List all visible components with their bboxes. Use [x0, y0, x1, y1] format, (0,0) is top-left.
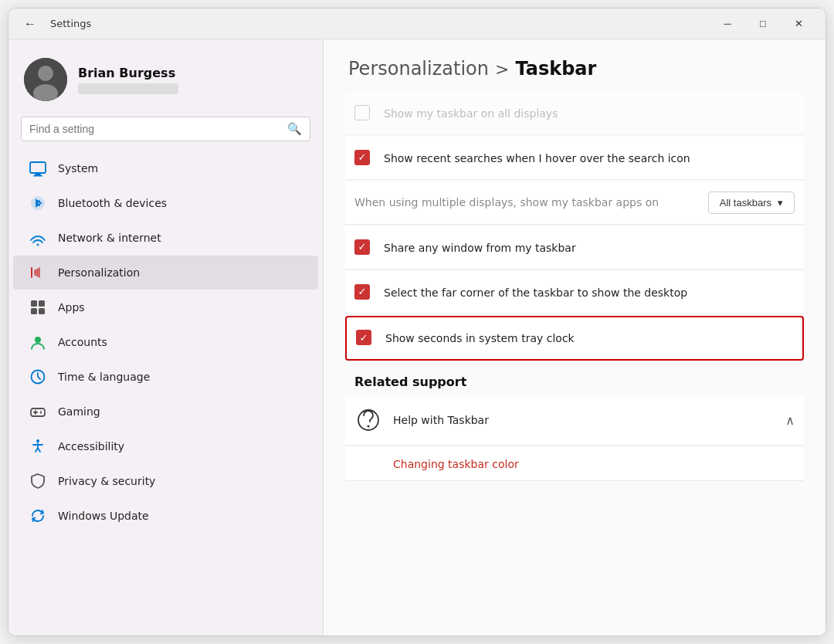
- sidebar-item-network[interactable]: Network & internet: [13, 221, 318, 255]
- svg-point-13: [35, 337, 41, 343]
- sidebar-item-apps[interactable]: Apps: [13, 290, 318, 324]
- svg-rect-15: [31, 408, 45, 416]
- title-bar-left: ← Settings: [18, 12, 91, 36]
- multiple-display-text: When using multiple displays, show my ta…: [354, 195, 708, 211]
- support-item-help-taskbar[interactable]: Help with Taskbar ∧: [345, 395, 804, 446]
- sidebar-item-label-privacy: Privacy & security: [58, 475, 155, 487]
- personalization-icon: [29, 263, 47, 282]
- privacy-icon: [29, 472, 47, 490]
- setting-label-far-corner: Select the far corner of the taskbar to …: [384, 286, 795, 299]
- svg-rect-5: [33, 175, 42, 177]
- avatar-image: [24, 58, 67, 101]
- sidebar-item-label-personalization: Personalization: [58, 266, 140, 279]
- sidebar-item-label-update: Windows Update: [58, 510, 149, 522]
- maximize-button[interactable]: □: [745, 12, 781, 36]
- close-button[interactable]: ✕: [781, 12, 816, 36]
- svg-rect-10: [39, 300, 45, 307]
- setting-show-seconds[interactable]: ✓ Show seconds in system tray clock: [345, 316, 804, 361]
- dropdown-chevron-icon: ▾: [778, 197, 783, 208]
- settings-list: Show my taskbar on all displays ✓ Show r…: [324, 92, 826, 481]
- user-email: [78, 83, 178, 94]
- user-info: Brian Burgess: [78, 66, 178, 94]
- search-icon: 🔍: [287, 122, 302, 136]
- sidebar-item-label-bluetooth: Bluetooth & devices: [58, 197, 167, 209]
- apps-icon: [29, 298, 47, 317]
- setting-far-corner[interactable]: ✓ Select the far corner of the taskbar t…: [345, 271, 804, 314]
- link-item-taskbar-color[interactable]: Changing taskbar color: [345, 447, 804, 481]
- setting-all-displays[interactable]: Show my taskbar on all displays: [345, 92, 804, 135]
- checkbox-far-corner[interactable]: ✓: [354, 284, 371, 301]
- setting-share-window[interactable]: ✓ Share any window from my taskbar: [345, 226, 804, 269]
- checkbox-checked-icon-seconds: ✓: [356, 330, 371, 345]
- checkbox-recent-searches[interactable]: ✓: [354, 150, 371, 167]
- accessibility-icon: [29, 437, 47, 456]
- setting-label-recent-searches: Show recent searches when I hover over t…: [384, 152, 795, 164]
- chevron-up-icon: ∧: [785, 413, 795, 428]
- title-bar: ← Settings ─ □ ✕: [8, 8, 826, 39]
- sidebar-item-label-network: Network & internet: [58, 232, 161, 244]
- svg-point-7: [37, 244, 39, 246]
- checkbox-checked-icon-corner: ✓: [354, 284, 370, 300]
- search-box[interactable]: 🔍: [21, 117, 310, 141]
- svg-point-6: [31, 196, 45, 210]
- help-taskbar-icon: [354, 406, 382, 434]
- dropdown-value: All taskbars: [720, 197, 771, 208]
- svg-rect-12: [39, 308, 45, 314]
- checkbox-all-displays[interactable]: [354, 105, 371, 122]
- minimize-button[interactable]: ─: [710, 12, 745, 36]
- setting-label-show-seconds: Show seconds in system tray clock: [385, 332, 793, 344]
- sidebar-item-bluetooth[interactable]: Bluetooth & devices: [13, 186, 318, 220]
- window-controls: ─ □ ✕: [710, 12, 816, 36]
- checkbox-show-seconds[interactable]: ✓: [356, 330, 373, 347]
- sidebar-item-privacy[interactable]: Privacy & security: [13, 464, 318, 498]
- checkbox-unchecked-icon: [354, 105, 370, 120]
- related-support-heading: Related support: [345, 362, 804, 395]
- setting-label-share-window: Share any window from my taskbar: [384, 242, 795, 254]
- checkbox-checked-icon-share: ✓: [354, 239, 370, 255]
- setting-recent-searches[interactable]: ✓ Show recent searches when I hover over…: [345, 137, 804, 180]
- sidebar-item-label-gaming: Gaming: [58, 405, 100, 418]
- svg-point-17: [40, 412, 42, 414]
- avatar: [24, 58, 67, 101]
- breadcrumb: Personalization > Taskbar: [348, 58, 801, 80]
- sidebar-item-gaming[interactable]: Gaming: [13, 395, 318, 429]
- svg-rect-8: [31, 267, 32, 278]
- breadcrumb-current: Taskbar: [515, 58, 596, 80]
- setting-multiple-displays: When using multiple displays, show my ta…: [345, 181, 804, 225]
- breadcrumb-separator: >: [495, 59, 509, 79]
- gaming-icon: [29, 402, 47, 421]
- link-text-taskbar-color[interactable]: Changing taskbar color: [393, 458, 519, 470]
- svg-rect-9: [31, 300, 37, 307]
- page-header: Personalization > Taskbar: [324, 39, 826, 92]
- back-button[interactable]: ←: [18, 12, 42, 36]
- sidebar-item-accessibility[interactable]: Accessibility: [13, 429, 318, 463]
- sidebar-item-system[interactable]: System: [13, 151, 318, 185]
- svg-point-20: [368, 425, 370, 428]
- checkbox-checked-icon: ✓: [354, 150, 370, 165]
- sidebar-item-label-accounts: Accounts: [58, 336, 107, 348]
- svg-rect-11: [31, 308, 37, 314]
- breadcrumb-parent: Personalization: [348, 58, 489, 80]
- sidebar-item-update[interactable]: Windows Update: [13, 499, 318, 533]
- svg-rect-3: [30, 162, 46, 173]
- window-title: Settings: [50, 18, 91, 29]
- all-taskbars-dropdown[interactable]: All taskbars ▾: [708, 192, 795, 214]
- support-item-label: Help with Taskbar: [393, 414, 785, 426]
- content-area: Brian Burgess 🔍: [8, 39, 826, 636]
- sidebar-item-personalization[interactable]: Personalization: [13, 256, 318, 290]
- sidebar-item-label-apps: Apps: [58, 301, 85, 314]
- svg-point-16: [40, 411, 42, 412]
- update-icon: [29, 507, 47, 525]
- sidebar: Brian Burgess 🔍: [8, 39, 324, 636]
- checkbox-share-window[interactable]: ✓: [354, 239, 371, 256]
- bluetooth-icon: [29, 194, 47, 212]
- accounts-icon: [29, 333, 47, 351]
- nav-list: System Bluetooth & devices: [8, 151, 323, 534]
- search-input[interactable]: [29, 123, 281, 135]
- sidebar-item-time[interactable]: Time & language: [13, 360, 318, 394]
- svg-point-18: [36, 439, 39, 442]
- network-icon: [29, 229, 47, 247]
- sidebar-item-accounts[interactable]: Accounts: [13, 325, 318, 359]
- user-name: Brian Burgess: [78, 66, 178, 80]
- settings-window: ← Settings ─ □ ✕: [8, 8, 826, 636]
